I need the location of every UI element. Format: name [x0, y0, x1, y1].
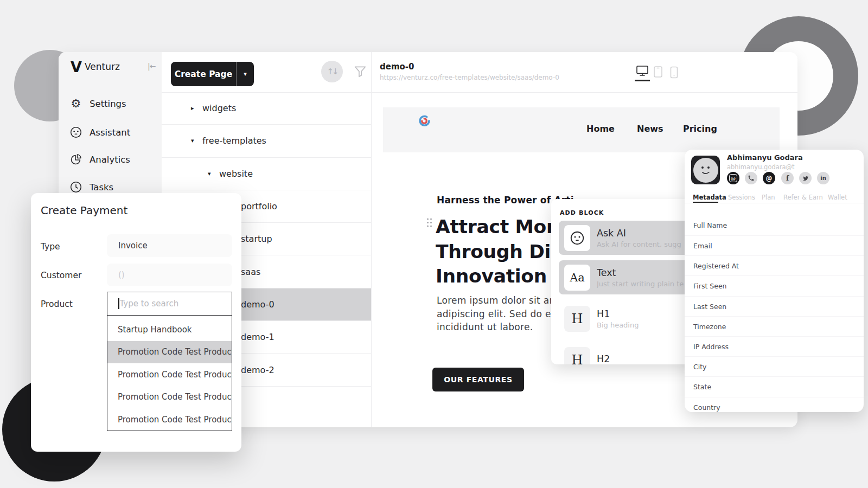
hero-paragraph-line: Lorem ipsum dolor sit ar — [437, 294, 554, 307]
text-cursor — [118, 298, 119, 309]
block-option-title: H1 — [597, 309, 639, 319]
type-select[interactable]: Invoice — [107, 234, 232, 257]
our-features-button[interactable]: OUR FEATURES — [432, 368, 524, 391]
brand-name: Venturz — [85, 61, 120, 72]
page-title: demo-0 — [380, 62, 414, 72]
tab-wallet[interactable]: Wallet — [828, 194, 847, 201]
facebook-glyph: f — [786, 175, 789, 182]
sidebar-item-label: Analytics — [90, 155, 130, 165]
chevron-down-icon[interactable]: ▾ — [208, 170, 215, 177]
smiley-icon — [564, 225, 590, 251]
customer-placeholder: () — [118, 270, 125, 280]
block-option-ask-ai[interactable]: Ask AI Ask AI for content, sugg — [559, 221, 690, 255]
phone-icon[interactable] — [745, 172, 757, 184]
sort-arrows-icon: ↑↓ — [327, 67, 337, 76]
mobile-view-button[interactable] — [670, 66, 678, 79]
desktop-view-button[interactable] — [636, 65, 649, 77]
hero-paragraph-line: adipiscing elit. Sed do ei — [437, 307, 554, 321]
email-icon[interactable]: @ — [727, 172, 739, 184]
drag-handle-icon[interactable] — [426, 217, 433, 228]
type-label: Type — [41, 242, 60, 252]
sort-button[interactable]: ↑↓ — [321, 61, 343, 82]
phone-icon — [670, 66, 678, 79]
twitter-icon[interactable] — [799, 172, 812, 184]
nav-link-home[interactable]: Home — [586, 124, 615, 134]
tab-metadata[interactable]: Metadata — [693, 194, 726, 201]
sidebar-item-analytics[interactable]: Analytics — [69, 153, 130, 166]
page-url: https://venturz.co/free-templates/websit… — [380, 74, 559, 81]
block-option-title: Text — [597, 267, 684, 278]
sidebar-item-label: Assistant — [90, 127, 130, 138]
tab-plan[interactable]: Plan — [762, 194, 775, 201]
heading-block-icon: H — [564, 306, 590, 332]
type-value: Invoice — [118, 241, 148, 251]
product-option[interactable]: Promotion Code Test Product — [107, 386, 232, 409]
product-option[interactable]: Promotion Code Test Product - 2 — [107, 363, 232, 386]
clock-icon — [69, 181, 82, 194]
product-option-highlighted[interactable]: Promotion Code Test Product - 3 — [107, 341, 232, 364]
block-option-text[interactable]: Aa Text Just start writing plain te — [559, 260, 690, 294]
tree-item-label: website — [219, 169, 253, 179]
sidebar-item-label: Tasks — [90, 182, 113, 192]
tree-item-widgets[interactable]: ▸ widgets — [162, 92, 371, 125]
tree-item-label: widgets — [202, 103, 236, 113]
tree-item-free-templates[interactable]: ▾ free-templates — [162, 125, 371, 157]
block-option-h2[interactable]: H H2 — [559, 343, 690, 364]
hero-heading[interactable]: Attract More Through Digi Innovation / — [436, 215, 570, 289]
chevron-down-icon[interactable]: ▾ — [237, 70, 254, 78]
block-option-title: H2 — [597, 354, 610, 364]
add-block-title: ADD BLOCK — [560, 209, 604, 216]
metadata-field-email: Email — [693, 242, 712, 250]
text-block-icon: Aa — [564, 265, 590, 291]
modal-title: Create Payment — [41, 204, 127, 217]
site-logo-icon[interactable] — [418, 114, 431, 127]
contact-email: abhimanyu.godara@t — [727, 163, 795, 171]
nav-link-pricing[interactable]: Pricing — [683, 124, 717, 134]
product-search-input[interactable] — [120, 299, 218, 309]
sidebar-item-label: Settings — [90, 99, 126, 109]
product-option[interactable]: Startup Handbook — [107, 318, 232, 341]
avatar — [691, 156, 720, 184]
block-option-h1[interactable]: H H1 Big heading — [559, 301, 690, 336]
avatar-smiley-icon — [693, 158, 718, 183]
product-option[interactable]: Promotion Code Test Product — [107, 408, 232, 431]
hero-heading-line: Through Digi — [436, 240, 570, 265]
at-glyph: @ — [766, 175, 773, 182]
tablet-view-button[interactable] — [653, 66, 663, 79]
tree-item-label: saas — [241, 267, 260, 277]
tab-refer-earn[interactable]: Refer & Earn — [783, 194, 823, 201]
venturz-logo-icon: V — [71, 59, 82, 75]
nav-link-news[interactable]: News — [637, 124, 663, 134]
block-option-title: Ask AI — [597, 228, 681, 239]
chevron-down-icon[interactable]: ▾ — [191, 137, 198, 144]
block-option-subtitle: Ask AI for content, sugg — [597, 240, 681, 248]
facebook-icon[interactable]: f — [781, 172, 794, 184]
metadata-field-timezone: Timezone — [693, 323, 726, 331]
hero-heading-line: Innovation / — [436, 264, 570, 289]
sidebar-item-settings[interactable]: ⚙ Settings — [69, 98, 126, 110]
product-search-field[interactable] — [107, 292, 232, 316]
funnel-icon — [353, 64, 368, 79]
hero-paragraph-line: incididunt ut labore. — [437, 320, 554, 334]
site-navbar: Home News Pricing — [383, 107, 780, 152]
sidebar-item-assistant[interactable]: Assistant — [69, 126, 130, 139]
tree-item-label: demo-2 — [241, 365, 275, 375]
tree-item-website[interactable]: ▾ website — [162, 158, 371, 190]
collapse-sidebar-icon[interactable]: |← — [148, 62, 155, 70]
create-page-button[interactable]: Create Page ▾ — [171, 62, 254, 86]
tree-item-label: startup — [241, 234, 272, 244]
metadata-field-last-seen: Last Seen — [693, 303, 726, 311]
at-sign-icon[interactable]: @ — [763, 172, 775, 184]
add-block-panel: ADD BLOCK Ask AI Ask AI for content, sug… — [551, 199, 698, 364]
our-features-label: OUR FEATURES — [444, 375, 512, 384]
filter-button[interactable] — [353, 64, 368, 79]
linkedin-icon[interactable]: in — [817, 172, 829, 184]
product-dropdown: Startup Handbook Promotion Code Test Pro… — [107, 316, 232, 431]
customer-select[interactable]: () — [107, 264, 232, 286]
sidebar-item-tasks[interactable]: Tasks — [69, 181, 113, 194]
email-glyph: @ — [729, 174, 737, 182]
chevron-right-icon[interactable]: ▸ — [191, 105, 198, 112]
desktop-background: V Venturz |← ⚙ Settings Assistant Analyt… — [0, 0, 868, 488]
create-payment-modal: Create Payment Type Invoice Customer () … — [31, 193, 241, 452]
tab-sessions[interactable]: Sessions — [728, 194, 755, 201]
